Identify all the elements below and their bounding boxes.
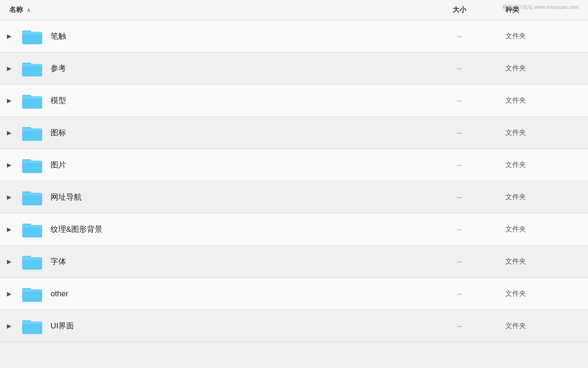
file-size-8: -- xyxy=(423,258,496,265)
folder-icon-wrap-5 xyxy=(18,156,46,174)
svg-rect-8 xyxy=(22,96,42,98)
folder-icon-10 xyxy=(21,317,43,335)
header-name-label: 名称 xyxy=(9,6,23,14)
file-type-3: 文件夹 xyxy=(496,96,588,105)
folder-icon-2 xyxy=(21,59,43,78)
file-size-10: -- xyxy=(423,322,496,330)
expand-arrow-6[interactable]: ▶ xyxy=(0,194,18,201)
folder-icon-8 xyxy=(21,253,43,271)
expand-arrow-5[interactable]: ▶ xyxy=(0,161,18,168)
file-size-3: -- xyxy=(423,97,496,104)
folder-icon-9 xyxy=(21,285,43,303)
table-row[interactable]: ▶ 网址导航 -- 文件夹 xyxy=(0,181,588,213)
folder-icon-3 xyxy=(21,92,43,110)
folder-icon-wrap-10 xyxy=(18,317,46,335)
table-row[interactable]: ▶ 字体 -- 文件夹 xyxy=(0,246,588,278)
table-row[interactable]: ▶ 笔触 -- 文件夹 xyxy=(0,20,588,52)
expand-arrow-9[interactable]: ▶ xyxy=(0,290,18,297)
sort-arrow: ∧ xyxy=(27,7,31,13)
table-row[interactable]: ▶ 纹理&图形背景 -- 文件夹 xyxy=(0,213,588,246)
file-name-1: 笔触 xyxy=(46,31,423,41)
file-name-10: UI界面 xyxy=(46,321,423,331)
svg-rect-29 xyxy=(22,322,42,324)
svg-rect-17 xyxy=(22,193,42,195)
folder-icon-wrap-1 xyxy=(18,27,46,46)
file-size-9: -- xyxy=(423,290,496,298)
file-name-2: 参考 xyxy=(46,63,423,74)
header-size-label: 大小 xyxy=(452,6,466,13)
expand-arrow-10[interactable]: ▶ xyxy=(0,322,18,329)
file-type-8: 文件夹 xyxy=(496,257,588,266)
file-type-5: 文件夹 xyxy=(496,161,588,169)
svg-rect-2 xyxy=(22,32,42,34)
file-name-5: 图片 xyxy=(46,160,423,170)
folder-icon-wrap-8 xyxy=(18,253,46,271)
table-row[interactable]: ▶ 模型 -- 文件夹 xyxy=(0,85,588,117)
file-type-2: 文件夹 xyxy=(496,64,588,73)
file-name-9: other xyxy=(46,289,423,299)
file-name-3: 模型 xyxy=(46,95,423,106)
file-size-6: -- xyxy=(423,193,496,201)
table-header: 名称 ∧ 大小 种类 模板设计论坛 www.missyuan.com xyxy=(0,0,588,20)
folder-icon-wrap-9 xyxy=(18,285,46,303)
file-type-9: 文件夹 xyxy=(496,289,588,298)
expand-arrow-1[interactable]: ▶ xyxy=(0,33,18,40)
folder-icon-1 xyxy=(21,27,43,46)
folder-icon-wrap-4 xyxy=(18,124,46,142)
expand-arrow-7[interactable]: ▶ xyxy=(0,226,18,233)
header-name-col[interactable]: 名称 ∧ xyxy=(0,6,423,14)
file-size-2: -- xyxy=(423,64,496,72)
expand-arrow-8[interactable]: ▶ xyxy=(0,258,18,265)
header-size-col[interactable]: 大小 xyxy=(423,6,496,14)
file-size-5: -- xyxy=(423,161,496,169)
file-type-10: 文件夹 xyxy=(496,322,588,330)
file-size-4: -- xyxy=(423,129,496,137)
file-name-4: 图标 xyxy=(46,127,423,138)
folder-icon-wrap-2 xyxy=(18,59,46,78)
file-type-7: 文件夹 xyxy=(496,225,588,234)
folder-icon-7 xyxy=(21,220,43,239)
expand-arrow-3[interactable]: ▶ xyxy=(0,97,18,104)
table-row[interactable]: ▶ 图标 -- 文件夹 xyxy=(0,117,588,149)
svg-rect-11 xyxy=(22,128,42,131)
folder-icon-6 xyxy=(21,188,43,207)
file-type-1: 文件夹 xyxy=(496,32,588,40)
svg-rect-14 xyxy=(22,161,42,163)
expand-arrow-4[interactable]: ▶ xyxy=(0,129,18,136)
table-row[interactable]: ▶ other -- 文件夹 xyxy=(0,278,588,310)
table-row[interactable]: ▶ 参考 -- 文件夹 xyxy=(0,52,588,85)
file-list: ▶ 笔触 -- 文件夹 ▶ 参考 -- xyxy=(0,20,588,368)
svg-rect-5 xyxy=(22,64,42,66)
folder-icon-5 xyxy=(21,156,43,174)
table-row[interactable]: ▶ 图片 -- 文件夹 xyxy=(0,149,588,181)
file-type-6: 文件夹 xyxy=(496,193,588,201)
file-name-8: 字体 xyxy=(46,256,423,267)
file-name-7: 纹理&图形背景 xyxy=(46,224,423,235)
svg-rect-23 xyxy=(22,257,42,259)
expand-arrow-2[interactable]: ▶ xyxy=(0,65,18,72)
folder-icon-4 xyxy=(21,124,43,142)
file-size-7: -- xyxy=(423,225,496,233)
watermark: 模板设计论坛 www.missyuan.com xyxy=(503,4,579,11)
folder-icon-wrap-7 xyxy=(18,220,46,239)
file-manager: 名称 ∧ 大小 种类 模板设计论坛 www.missyuan.com ▶ 笔触 … xyxy=(0,0,588,368)
folder-icon-wrap-6 xyxy=(18,188,46,207)
folder-icon-wrap-3 xyxy=(18,92,46,110)
svg-rect-20 xyxy=(22,225,42,227)
table-row[interactable]: ▶ UI界面 -- 文件夹 xyxy=(0,310,588,342)
file-name-6: 网址导航 xyxy=(46,192,423,202)
file-type-4: 文件夹 xyxy=(496,128,588,137)
svg-rect-26 xyxy=(22,289,42,292)
file-size-1: -- xyxy=(423,32,496,40)
